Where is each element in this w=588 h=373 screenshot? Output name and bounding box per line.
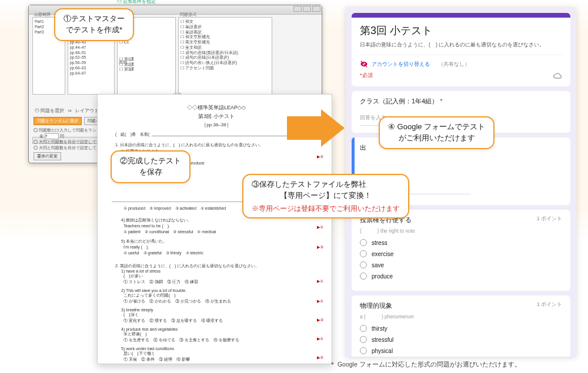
cloud-icon: [553, 72, 562, 79]
radio-icon[interactable]: [34, 146, 38, 150]
callout-line: でテストを作成*: [64, 25, 125, 36]
q2-5c: ① 天候 ② 条件 ③ 経理 ④ 影響: [123, 357, 318, 362]
q2-3c: ① 変化する ② 慣する ③ 息を吸する ④ 吸収する: [123, 318, 318, 324]
callout-step3: ③保存したテストファイルを弊社 【専用ページ】にて変換！ ※専用ページは登録不要…: [242, 174, 409, 219]
list-item[interactable]: ☐ 第1課: [119, 57, 173, 62]
q2-sub: a ( ) phenomenon: [360, 314, 562, 321]
q1-4: 5) 本当にのどが渇いた。: [121, 238, 318, 244]
list-item[interactable]: ☐ 単語選択: [181, 25, 270, 30]
callout-line: がご利用いただけます: [388, 133, 485, 144]
q2-title: 物理的現象: [360, 301, 562, 310]
list-item[interactable]: ☐ 和文空所補充: [181, 35, 270, 40]
form-description: 日本語の意味に合うように、( ) に入れるのに最も適切なものを選びなさい。: [360, 41, 562, 49]
switch-account-link[interactable]: アカウントを切り替える: [372, 61, 430, 68]
callout-line: ④ Google フォームでテスト: [388, 122, 485, 133]
add-condition-label[interactable]: ◎ 追加条件を指定: [117, 0, 156, 5]
close-button[interactable]: [312, 6, 320, 12]
q1-3b: Teachers need to be ( ).: [123, 223, 318, 229]
min-button[interactable]: [293, 6, 302, 12]
q2-2b: これによって多くの問題( ): [123, 293, 318, 298]
radio-option[interactable]: stressful: [360, 336, 562, 343]
radio-icon[interactable]: [360, 261, 367, 268]
qcount-suffix: 問: [60, 133, 64, 139]
q2-1c: ① ストレス ② 強調 ③ 圧力 ④ 練習: [123, 279, 318, 285]
q2-1b: ( )が多い: [123, 273, 318, 279]
list-item[interactable]: ☐ 第3課: [119, 67, 173, 72]
list-item[interactable]: ☐ 成句の意味(英語選択/日本語): [181, 51, 270, 56]
visibility-off-icon: [360, 60, 368, 68]
radio-icon[interactable]: [360, 239, 367, 246]
points-label: 1 ポイント: [537, 216, 562, 223]
list-item[interactable]: pp.44–47: [70, 45, 112, 51]
option-label: save: [372, 262, 384, 268]
ans-mark: ▶①: [317, 337, 323, 341]
step-layout[interactable]: レイアウト: [75, 108, 99, 113]
option-label: physical: [372, 348, 393, 354]
list-item[interactable]: pp.56–59: [70, 61, 112, 66]
opt2-label: 大問と問題数を自分で設定して選択: [39, 139, 105, 145]
form-title: 第3回 小テスト: [360, 23, 562, 38]
q1-card: 1 ポイント 投票権を行使する ( ) the right to vote st…: [352, 210, 570, 291]
list-item[interactable]: pp.60–63: [70, 66, 112, 71]
radio-icon[interactable]: [360, 336, 367, 343]
ans-mark: ▶①: [317, 279, 323, 284]
list-item[interactable]: ☐ アクセント問題: [181, 66, 270, 71]
tab-random[interactable]: 問題をランダムに選択: [34, 117, 82, 125]
list-item[interactable]: ☐ 全文和訳: [181, 45, 270, 51]
radio-option[interactable]: exercise: [360, 250, 562, 257]
q2-3: 3) breathe deeply: [121, 308, 318, 312]
ans-mark: ▶③: [317, 245, 323, 250]
ans-mark: ▶②: [317, 154, 323, 159]
callout-step4: ④ Google フォームでテスト がご利用いただけます: [379, 116, 495, 149]
radio-icon[interactable]: [34, 140, 38, 144]
doc-meta-left: ( 組( )番 名前(: [115, 132, 149, 137]
radio-icon[interactable]: [360, 273, 367, 280]
list-item[interactable]: ☐ 和文: [181, 19, 270, 25]
list-item[interactable]: ☐ 語句の言い換え(日本語選択): [181, 61, 270, 66]
radio-option[interactable]: thirsty: [360, 325, 562, 332]
radio-icon[interactable]: [360, 250, 367, 257]
period-label: 用例: [119, 60, 127, 65]
q1-4b: I'm really ( ).: [123, 244, 318, 250]
max-button[interactable]: [303, 6, 311, 12]
tree-label: 出題範囲: [34, 12, 51, 18]
format-label: 問題形式: [180, 12, 196, 18]
ans-mark: ▶③: [317, 318, 323, 322]
radio-option[interactable]: stress: [360, 239, 562, 246]
q-class-title: クラス（記入例：1年4組）: [360, 98, 438, 105]
list-item[interactable]: pp.48–51: [70, 51, 112, 56]
q1-4c: ① useful ② grateful ③ thirsty ④ electric: [123, 250, 318, 256]
radio-icon[interactable]: [360, 325, 367, 332]
footnote: ＊ Google フォームに対応した形式の問題がお選びいただけます。: [329, 361, 521, 369]
q2-2: 2) This will save you a lot of trouble.: [121, 288, 318, 293]
list-item[interactable]: ☐ 単語英訳: [181, 30, 270, 35]
list-item[interactable]: ☐ 英文空所補充: [181, 40, 270, 45]
list-item[interactable]: ☐ 第2課: [119, 62, 173, 68]
q2-1: 1) have a lot of stress: [121, 269, 318, 273]
radio-icon[interactable]: [34, 128, 38, 132]
q2-5b: 悪い( )下で働く: [123, 351, 318, 357]
format-list[interactable]: 問題形式 ☐ 和文☐ 単語選択☐ 単語英訳☐ 和文空所補充☐ 英文空所補充☐ 全…: [178, 17, 272, 95]
q1-3c: ① patient ② conditional ③ stressful ④ me…: [123, 229, 318, 235]
q2-3b: ( )深く: [123, 312, 318, 318]
change-font-button[interactable]: 書体の変更: [34, 152, 61, 160]
radio-icon[interactable]: [360, 347, 367, 354]
q2-card: 1 ポイント 物理的現象 a ( ) phenomenon thirstystr…: [352, 295, 570, 357]
step-select[interactable]: ◎ 問題を選択: [35, 108, 64, 113]
callout-note: ※専用ページは登録不要でご利用いただけます: [252, 204, 400, 214]
q-hidden-title: 出: [360, 144, 366, 151]
radio-option[interactable]: physical: [360, 347, 562, 354]
list-item[interactable]: pp.64–67: [70, 71, 112, 76]
qcount-input[interactable]: [45, 133, 59, 139]
radio-option[interactable]: save: [360, 261, 562, 268]
q2-4c: ① を生産する ② をゆでる ③ を主食とする ④ を観察する: [123, 337, 318, 343]
q2-4: 4) produce rice and vegetables: [121, 327, 318, 331]
arrow-icon: ⇒: [68, 108, 72, 113]
qcount-prefix: 全: [39, 133, 44, 139]
radio-option[interactable]: produce: [360, 273, 562, 280]
option-label: exercise: [372, 251, 393, 257]
q2-4b: 米と野菜( ): [123, 331, 318, 337]
list-item[interactable]: ☐ 成句の意味(日本語選択): [181, 55, 270, 61]
list-item[interactable]: pp.52–55: [70, 55, 112, 61]
doc-sec2: 2. 英語の意味に合うように、( ) に入れるのに最も適切なものを選びなさい。: [115, 263, 318, 270]
